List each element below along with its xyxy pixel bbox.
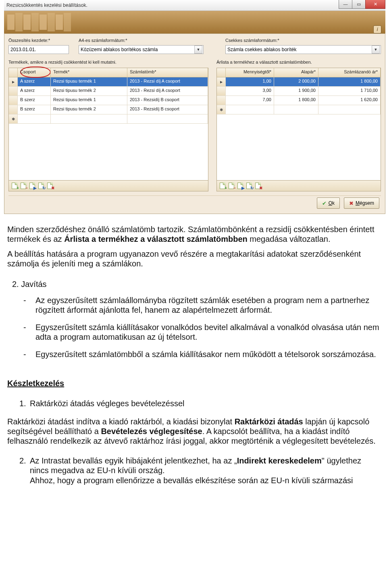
a4-format-combo[interactable]: Közüzemi ablakos borítékos számla ▼ (79, 45, 204, 54)
refresh-icon[interactable]: ↻ (246, 183, 252, 189)
delete-icon[interactable]: ✖ (255, 183, 261, 189)
start-date-input[interactable]: 2013.01.01. (8, 45, 69, 54)
table-row-new[interactable] (217, 105, 381, 114)
remove-icon[interactable]: − (228, 183, 235, 189)
table-row[interactable]: B szerz Rezsi tipusu termék 1 2013 - Rez… (9, 96, 208, 105)
cheque-format-combo[interactable]: Számla csekkes ablakos boríték ▼ (225, 45, 381, 54)
remove-icon[interactable]: − (20, 183, 27, 189)
right-grid-toolbar: + − ▶ ↻ ✖ (216, 181, 381, 191)
ok-button[interactable]: ✔ Ok (317, 197, 340, 209)
cheque-format-label: Csekkes számlaformátum:* (225, 38, 381, 43)
start-date-label: Összesítés kezdete:* (8, 38, 69, 43)
products-grid[interactable]: Csoport Termék* Számlatömb* A szerz Rezs… (8, 68, 208, 181)
col-base[interactable]: Alapár* (274, 68, 318, 77)
a4-format-label: A4-es számlaformátum:* (79, 38, 204, 43)
close-button[interactable]: ✕ (365, 0, 385, 9)
col-termek[interactable]: Termék* (51, 68, 127, 77)
section-heading: Készletkezelés (7, 378, 380, 388)
next-icon[interactable]: ▶ (237, 183, 243, 189)
add-icon[interactable]: + (219, 183, 226, 189)
table-row[interactable]: B szerz Rezsi tipusu termék 2 2013 - Rez… (9, 105, 208, 114)
pricelist-grid[interactable]: Mennyiségtől* Alapár* Számlázandó ár* 1,… (216, 68, 381, 181)
table-row[interactable]: 7,00 1 800,00 1 620,00 (217, 96, 381, 105)
x-icon: ✖ (349, 200, 354, 206)
left-panel-caption: Termékek, amikre a rezsidíj csökkentést … (8, 60, 208, 64)
add-icon[interactable]: + (11, 183, 18, 189)
window-titlebar: Rezsicsökkentés kezelési beállítások. — … (4, 0, 385, 11)
col-qty[interactable]: Mennyiségtől* (226, 68, 274, 77)
col-szamlatomb[interactable]: Számlatömb* (127, 68, 208, 77)
table-row[interactable]: A szerz Rezsi tipusu termék 2 2013 - Rez… (9, 87, 208, 96)
table-row[interactable]: 1,00 2 000,00 1 800,00 (217, 77, 381, 87)
chevron-down-icon: ▼ (194, 46, 202, 54)
minimize-button[interactable]: — (339, 0, 352, 9)
document-body: Minden szerződéshez önálló számlatömb ta… (0, 216, 387, 485)
right-panel-caption: Árlista a termékhez a választott számlat… (216, 60, 381, 64)
check-icon: ✔ (322, 200, 327, 206)
cancel-button[interactable]: ✖ Mégsem (344, 197, 379, 209)
maximize-button[interactable]: ▭ (352, 0, 366, 9)
header-strip: i (4, 11, 385, 33)
next-icon[interactable]: ▶ (29, 183, 35, 189)
info-icon[interactable]: i (373, 25, 381, 33)
left-grid-toolbar: + − ▶ ↻ ✖ (8, 181, 208, 191)
col-bill[interactable]: Számlázandó ár* (318, 68, 381, 77)
chevron-down-icon: ▼ (372, 46, 380, 54)
delete-icon[interactable]: ✖ (47, 183, 53, 189)
table-row-new[interactable] (9, 114, 208, 124)
table-row[interactable]: A szerz Rezsi tipusu termék 1 2013 - Rez… (9, 77, 208, 87)
table-row[interactable]: 3,00 1 900,00 1 710,00 (217, 87, 381, 96)
col-csoport[interactable]: Csoport (18, 68, 51, 77)
window-title: Rezsicsökkentés kezelési beállítások. (6, 2, 87, 8)
refresh-icon[interactable]: ↻ (38, 183, 44, 189)
